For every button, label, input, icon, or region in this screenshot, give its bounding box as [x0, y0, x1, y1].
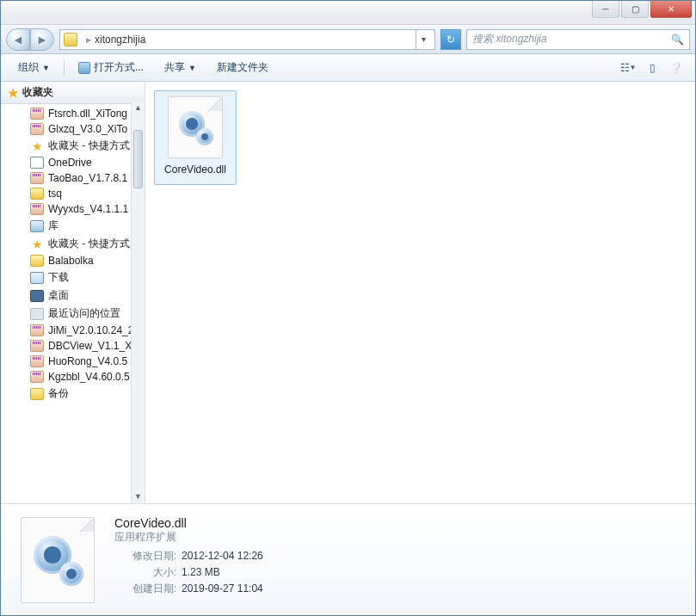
chevron-down-icon: ▼	[188, 64, 196, 72]
help-button[interactable]: ❔	[666, 59, 687, 77]
details-filetype: 应用程序扩展	[114, 530, 263, 545]
sidebar-item-label: Ftsrch.dll_XiTong	[48, 108, 127, 120]
sidebar-item[interactable]: Balabolka	[1, 253, 145, 268]
details-thumbnail	[13, 513, 102, 607]
sidebar-item[interactable]: DBCView_V1.1_X	[1, 338, 145, 354]
details-filename: CoreVideo.dll	[114, 516, 263, 530]
sidebar-item[interactable]: HuoRong_V4.0.5	[1, 354, 145, 369]
details-value: 1.23 MB	[182, 564, 220, 581]
search-input[interactable]: 搜索 xitongzhijia 🔍	[466, 29, 690, 50]
files-pane[interactable]: CoreVideo.dll	[145, 82, 695, 503]
folder-icon	[30, 388, 44, 400]
sidebar-item-label: HuoRong_V4.0.5	[48, 355, 127, 367]
separator	[64, 60, 65, 76]
sidebar-item[interactable]: OneDrive	[1, 155, 145, 170]
address-dropdown[interactable]: ▾	[416, 29, 431, 50]
sidebar-item[interactable]: JiMi_V2.0.10.24_2	[1, 323, 145, 338]
details-label: 大小:	[114, 564, 176, 581]
gear-icon	[59, 562, 83, 586]
archive-icon	[30, 172, 44, 184]
forward-button[interactable]: ►	[30, 28, 54, 51]
sidebar-favorites-header[interactable]: ★ 收藏夹	[1, 82, 145, 104]
sidebar-item[interactable]: TaoBao_V1.7.8.1	[1, 170, 145, 186]
folder-icon	[64, 33, 77, 46]
sidebar-item[interactable]: 备份	[1, 385, 145, 403]
details-row: 修改日期:2012-12-04 12:26	[114, 548, 263, 564]
archive-icon	[30, 108, 44, 120]
search-placeholder: 搜索 xitongzhijia	[472, 32, 547, 46]
archive-icon	[30, 371, 44, 383]
breadcrumb-segment[interactable]: xitongzhijia	[95, 34, 145, 46]
lib-icon	[30, 220, 44, 232]
sidebar-item-label: JiMi_V2.0.10.24_2	[48, 324, 133, 336]
scroll-up-button[interactable]: ▲	[132, 101, 145, 114]
search-icon[interactable]: 🔍	[671, 34, 684, 46]
sidebar-item[interactable]: ★收藏夹 - 快捷方式	[1, 235, 145, 253]
sidebar: ★ 收藏夹 Ftsrch.dll_XiTongGlxzq_V3.0_XiTo★收…	[1, 82, 145, 503]
scroll-down-button[interactable]: ▼	[132, 490, 145, 503]
explorer-window: ─ ▢ ✕ ◄ ► ▸ xitongzhijia ▾ ↻ 搜索 xitongzh…	[0, 0, 696, 616]
gear-icon	[196, 128, 213, 145]
sidebar-item-label: OneDrive	[48, 157, 92, 169]
view-options-button[interactable]: ☷ ▼	[618, 59, 638, 77]
sidebar-item[interactable]: 库	[1, 217, 145, 235]
cloud-icon	[30, 157, 44, 169]
sidebar-item[interactable]: Wyyxds_V4.1.1.1	[1, 201, 145, 217]
sidebar-item-label: Glxzq_V3.0_XiTo	[48, 123, 127, 135]
sidebar-item[interactable]: 桌面	[1, 286, 145, 305]
folder-icon	[30, 188, 44, 200]
sidebar-item-label: 收藏夹 - 快捷方式	[48, 139, 130, 153]
scroll-thumb[interactable]	[133, 130, 143, 188]
details-row: 大小:1.23 MB	[114, 564, 263, 581]
sidebar-item[interactable]: 最近访问的位置	[1, 305, 145, 323]
close-button[interactable]: ✕	[650, 1, 692, 18]
sidebar-item[interactable]: Ftsrch.dll_XiTong	[1, 106, 145, 121]
sidebar-item-label: 下载	[48, 270, 69, 285]
sidebar-item-label: 最近访问的位置	[48, 306, 120, 321]
minimize-button[interactable]: ─	[592, 1, 619, 18]
sidebar-item-label: 收藏夹 - 快捷方式	[48, 237, 130, 251]
refresh-button[interactable]: ↻	[440, 29, 461, 50]
archive-icon	[30, 340, 44, 352]
organize-menu[interactable]: 组织 ▼	[9, 58, 59, 77]
archive-icon	[30, 203, 44, 215]
file-name: CoreVideo.dll	[164, 163, 226, 176]
preview-pane-button[interactable]: ▯	[642, 59, 662, 77]
back-button[interactable]: ◄	[6, 28, 30, 51]
sidebar-scrollbar[interactable]: ▲ ▼	[131, 101, 145, 503]
chevron-right-icon[interactable]: ▸	[86, 34, 91, 46]
details-label: 创建日期:	[114, 581, 176, 597]
open-with-button[interactable]: 打开方式...	[70, 58, 152, 77]
file-item[interactable]: CoreVideo.dll	[154, 90, 237, 185]
titlebar[interactable]: ─ ▢ ✕	[1, 1, 695, 25]
details-label: 修改日期:	[114, 548, 176, 564]
sidebar-item-label: 备份	[48, 386, 69, 401]
sidebar-item-label: 桌面	[48, 288, 69, 303]
archive-icon	[30, 324, 44, 336]
folder-icon	[30, 255, 44, 267]
recent-icon	[30, 308, 44, 320]
sidebar-item[interactable]: ★收藏夹 - 快捷方式	[1, 137, 145, 155]
star-icon: ★	[8, 86, 19, 100]
maximize-button[interactable]: ▢	[621, 1, 649, 18]
sidebar-item[interactable]: 下载	[1, 268, 145, 286]
sidebar-tree: Ftsrch.dll_XiTongGlxzq_V3.0_XiTo★收藏夹 - 快…	[1, 104, 145, 404]
sidebar-item-label: TaoBao_V1.7.8.1	[48, 172, 127, 184]
share-menu[interactable]: 共享 ▼	[156, 58, 205, 77]
sidebar-item-label: tsq	[48, 188, 62, 200]
sidebar-item-label: Wyyxds_V4.1.1.1	[48, 203, 128, 215]
sidebar-item-label: Kgzbbl_V4.60.0.5	[48, 371, 130, 383]
toolbar: 组织 ▼ 打开方式... 共享 ▼ 新建文件夹 ☷ ▼ ▯ ❔	[1, 54, 695, 82]
new-folder-button[interactable]: 新建文件夹	[208, 58, 277, 77]
sidebar-item-label: 库	[48, 219, 59, 233]
sidebar-item[interactable]: tsq	[1, 186, 145, 201]
sidebar-item-label: Balabolka	[48, 255, 94, 267]
sidebar-item[interactable]: Glxzq_V3.0_XiTo	[1, 121, 145, 137]
details-value: 2019-09-27 11:04	[182, 581, 263, 597]
address-bar[interactable]: ▸ xitongzhijia ▾	[59, 29, 435, 50]
archive-icon	[30, 123, 44, 135]
star-icon: ★	[30, 238, 44, 250]
sidebar-item[interactable]: Kgzbbl_V4.60.0.5	[1, 369, 145, 385]
desk-icon	[30, 290, 44, 302]
app-icon	[78, 62, 90, 74]
